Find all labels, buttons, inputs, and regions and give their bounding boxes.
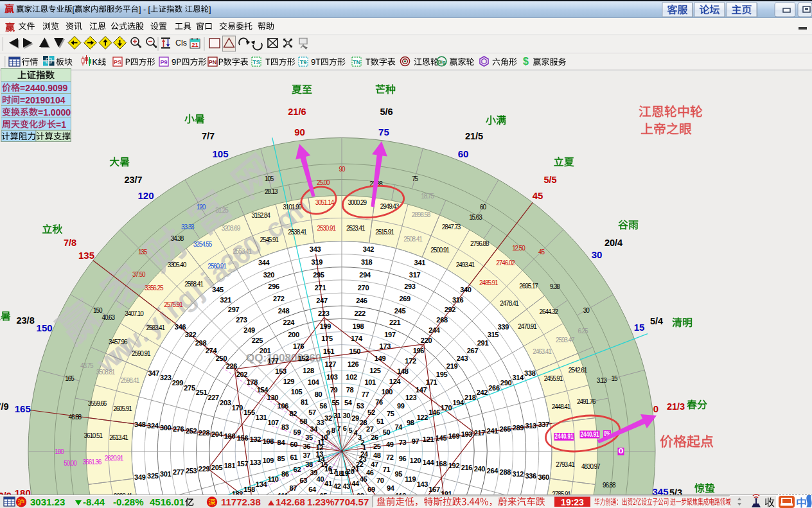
svg-text:TN: TN xyxy=(353,59,360,66)
svg-text:349: 349 xyxy=(134,473,146,481)
svg-text:124: 124 xyxy=(389,378,402,385)
svg-text:Cls: Cls xyxy=(175,39,187,48)
svg-text:298: 298 xyxy=(195,339,207,347)
svg-text:2491.76: 2491.76 xyxy=(577,398,596,405)
svg-text:2440.91: 2440.91 xyxy=(555,433,574,440)
svg-text:=1.00000: =1.00000 xyxy=(38,107,76,118)
svg-text:2613.41: 2613.41 xyxy=(109,434,128,441)
svg-text:61: 61 xyxy=(290,453,297,461)
svg-text:43.75: 43.75 xyxy=(80,362,94,369)
svg-text:8: 8 xyxy=(331,426,335,434)
svg-text:97: 97 xyxy=(412,437,419,445)
svg-text:181: 181 xyxy=(224,462,236,469)
svg-text:3: 3 xyxy=(358,434,362,441)
svg-text:244: 244 xyxy=(428,326,441,334)
svg-text:268: 268 xyxy=(436,316,448,324)
svg-text:3305.40: 3305.40 xyxy=(168,261,187,268)
svg-text:297: 297 xyxy=(228,306,240,313)
svg-text:216: 216 xyxy=(461,464,473,471)
svg-text:198: 198 xyxy=(353,322,364,330)
svg-text:323: 323 xyxy=(160,374,172,381)
svg-text:P9: P9 xyxy=(160,59,167,66)
svg-text:19:23: 19:23 xyxy=(561,497,584,507)
svg-text:2545.91: 2545.91 xyxy=(260,236,279,243)
svg-text:291: 291 xyxy=(477,339,489,347)
svg-text:20/4: 20/4 xyxy=(605,238,622,248)
svg-text:240: 240 xyxy=(474,465,486,473)
svg-text:7704.57: 7704.57 xyxy=(334,496,369,507)
svg-text:37.50: 37.50 xyxy=(132,271,146,278)
svg-text:270: 270 xyxy=(358,284,369,292)
svg-text:62: 62 xyxy=(294,466,301,473)
svg-text:105: 105 xyxy=(212,148,228,159)
svg-text:2593.47: 2593.47 xyxy=(556,337,575,344)
svg-text:53: 53 xyxy=(357,402,364,410)
svg-text:3356.25: 3356.25 xyxy=(145,285,164,292)
svg-text:288: 288 xyxy=(500,468,511,476)
svg-text:158: 158 xyxy=(243,486,255,493)
svg-text:246: 246 xyxy=(356,297,367,304)
svg-text:3407.10: 3407.10 xyxy=(125,310,144,317)
svg-text:224: 224 xyxy=(283,319,296,326)
svg-text:2695.17: 2695.17 xyxy=(519,283,538,290)
svg-text:2568.41: 2568.41 xyxy=(184,281,204,288)
svg-text:2793.41: 2793.41 xyxy=(556,461,575,468)
svg-text:150: 150 xyxy=(93,307,103,314)
svg-text:30: 30 xyxy=(342,412,350,419)
svg-text:147: 147 xyxy=(416,386,427,394)
svg-text:144: 144 xyxy=(423,459,435,466)
svg-text:108: 108 xyxy=(263,437,274,445)
svg-text:154: 154 xyxy=(257,386,269,394)
svg-text:90: 90 xyxy=(339,166,346,173)
svg-text:45: 45 xyxy=(360,475,367,483)
svg-text:227: 227 xyxy=(207,394,219,401)
svg-text:135: 135 xyxy=(138,249,148,256)
svg-text:2508.41: 2508.41 xyxy=(403,236,423,243)
svg-text:12.50: 12.50 xyxy=(512,245,525,252)
svg-text:75: 75 xyxy=(387,410,394,417)
svg-text:2605.91: 2605.91 xyxy=(113,405,132,412)
svg-text:-8.44: -8.44 xyxy=(83,496,105,507)
svg-text:81: 81 xyxy=(301,398,308,406)
svg-text:266: 266 xyxy=(488,384,500,392)
svg-text:318: 318 xyxy=(361,258,373,266)
svg-text:86: 86 xyxy=(281,470,289,478)
svg-text:271: 271 xyxy=(315,284,326,292)
svg-text:201: 201 xyxy=(260,347,271,355)
svg-text:312: 312 xyxy=(513,470,524,478)
svg-text:119: 119 xyxy=(405,475,416,483)
svg-text:272: 272 xyxy=(273,295,285,302)
svg-text:301: 301 xyxy=(160,470,172,478)
svg-text:25.00: 25.00 xyxy=(317,179,330,186)
svg-text:40: 40 xyxy=(317,475,324,483)
svg-text:2620.91: 2620.91 xyxy=(105,455,124,462)
svg-text:41: 41 xyxy=(324,480,332,487)
svg-text:23/7: 23/7 xyxy=(124,175,142,185)
svg-text:165: 165 xyxy=(65,375,75,382)
svg-text:226: 226 xyxy=(226,362,238,370)
svg-text:31.25: 31.25 xyxy=(215,207,229,214)
svg-text:9: 9 xyxy=(172,57,176,67)
svg-text:2455.91: 2455.91 xyxy=(544,375,563,382)
svg-text:6: 6 xyxy=(343,425,347,432)
svg-text:56: 56 xyxy=(319,402,327,410)
svg-text:150: 150 xyxy=(349,347,361,355)
svg-text:82: 82 xyxy=(289,410,297,417)
svg-text:245: 245 xyxy=(394,307,406,315)
svg-text:60: 60 xyxy=(480,204,486,211)
svg-text:156: 156 xyxy=(237,434,249,442)
svg-text:33: 33 xyxy=(317,419,324,426)
svg-text:37: 37 xyxy=(303,451,310,459)
svg-text:38: 38 xyxy=(305,460,313,468)
svg-text:PN: PN xyxy=(209,59,217,66)
svg-text:320: 320 xyxy=(263,271,275,279)
svg-text:289: 289 xyxy=(513,424,524,432)
svg-text:126: 126 xyxy=(348,360,359,368)
svg-text:200: 200 xyxy=(288,331,299,338)
svg-text:192: 192 xyxy=(448,462,460,469)
svg-text:127: 127 xyxy=(325,360,337,368)
svg-text:59: 59 xyxy=(294,428,301,436)
svg-text:267: 267 xyxy=(467,347,479,355)
svg-text:54: 54 xyxy=(344,399,353,407)
svg-text:106: 106 xyxy=(278,402,289,410)
